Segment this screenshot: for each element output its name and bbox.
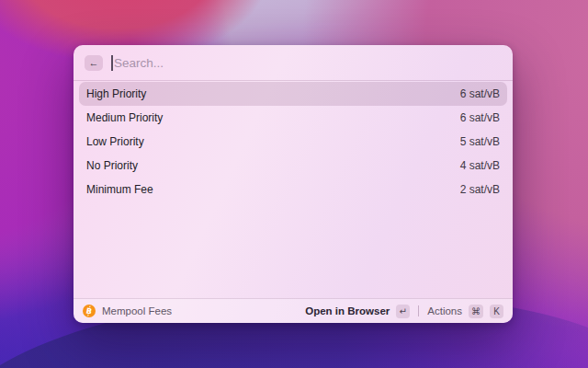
footer-divider	[418, 305, 419, 316]
list-item-minimum-fee[interactable]: Minimum Fee 2 sat/vB	[79, 178, 507, 201]
actions-menu-button[interactable]: Actions	[427, 305, 462, 316]
search-bar: ←	[74, 45, 513, 81]
list-item-value: 6 sat/vB	[460, 87, 500, 100]
list-item-medium-priority[interactable]: Medium Priority 6 sat/vB	[79, 106, 507, 130]
text-caret	[111, 55, 113, 71]
open-in-browser-action[interactable]: Open in Browser	[305, 305, 390, 316]
back-button[interactable]: ←	[85, 55, 103, 71]
extension-name: Mempool Fees	[102, 305, 172, 316]
footer-bar: B Mempool Fees Open in Browser ↵ Actions…	[74, 298, 513, 323]
list-item-low-priority[interactable]: Low Priority 5 sat/vB	[79, 130, 507, 154]
desktop-wallpaper: ← High Priority 6 sat/vB Medium Priority…	[0, 0, 588, 368]
search-input[interactable]	[111, 56, 502, 70]
launcher-window: ← High Priority 6 sat/vB Medium Priority…	[74, 45, 513, 323]
list-item-label: Low Priority	[86, 135, 144, 148]
list-item-label: Medium Priority	[86, 111, 163, 124]
list-item-value: 4 sat/vB	[460, 159, 500, 172]
list-item-value: 2 sat/vB	[460, 183, 500, 196]
command-key-icon: ⌘	[469, 305, 483, 318]
arrow-left-icon: ←	[89, 58, 99, 68]
bitcoin-icon: B	[83, 305, 96, 317]
return-key-icon: ↵	[396, 305, 410, 318]
list-item-label: Minimum Fee	[86, 183, 153, 196]
list-item-high-priority[interactable]: High Priority 6 sat/vB	[79, 82, 507, 106]
list-item-no-priority[interactable]: No Priority 4 sat/vB	[79, 154, 507, 178]
k-key-icon: K	[490, 305, 503, 318]
list-item-label: No Priority	[86, 159, 138, 172]
list-item-label: High Priority	[86, 87, 146, 100]
list-item-value: 6 sat/vB	[460, 111, 500, 124]
list-item-value: 5 sat/vB	[460, 135, 500, 148]
results-list: High Priority 6 sat/vB Medium Priority 6…	[74, 81, 513, 298]
search-field	[111, 45, 502, 80]
